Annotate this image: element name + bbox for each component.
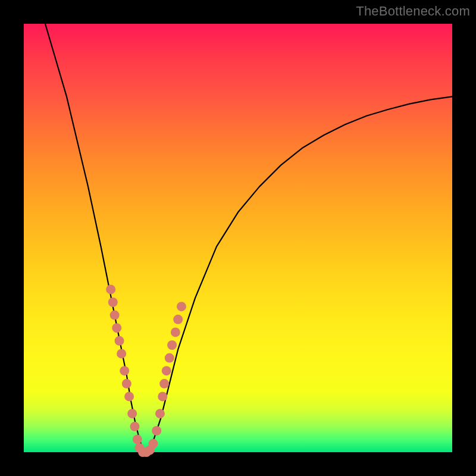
scatter-dot bbox=[133, 434, 142, 444]
chart-frame: TheBottleneck.com bbox=[0, 0, 476, 476]
scatter-dot bbox=[148, 439, 158, 449]
scatter-dot bbox=[171, 327, 180, 337]
scatter-dot bbox=[115, 336, 124, 346]
watermark-text: TheBottleneck.com bbox=[356, 4, 470, 19]
scatter-dot bbox=[158, 392, 167, 401]
plot-area bbox=[24, 24, 452, 452]
chart-svg bbox=[24, 24, 452, 452]
scatter-dot bbox=[120, 366, 129, 375]
scatter-dot bbox=[122, 379, 131, 389]
scatter-dot bbox=[130, 422, 139, 431]
scatter-dot bbox=[108, 298, 118, 307]
scatter-dot bbox=[112, 323, 121, 333]
scatter-dot bbox=[110, 311, 120, 320]
scatter-dot bbox=[124, 392, 134, 401]
scatter-dot bbox=[117, 349, 126, 358]
scatter-dot bbox=[152, 426, 161, 436]
scatter-dot bbox=[167, 340, 177, 350]
scatter-dot bbox=[155, 409, 165, 418]
scatter-dot bbox=[162, 366, 171, 375]
scatter-dot bbox=[159, 379, 169, 389]
scatter-dot bbox=[173, 315, 183, 324]
scatter-dot bbox=[106, 284, 115, 294]
scatter-layer bbox=[106, 284, 186, 457]
scatter-dot bbox=[165, 353, 174, 363]
bottleneck-curve bbox=[45, 24, 452, 452]
scatter-dot bbox=[177, 302, 186, 311]
scatter-dot bbox=[127, 409, 137, 418]
